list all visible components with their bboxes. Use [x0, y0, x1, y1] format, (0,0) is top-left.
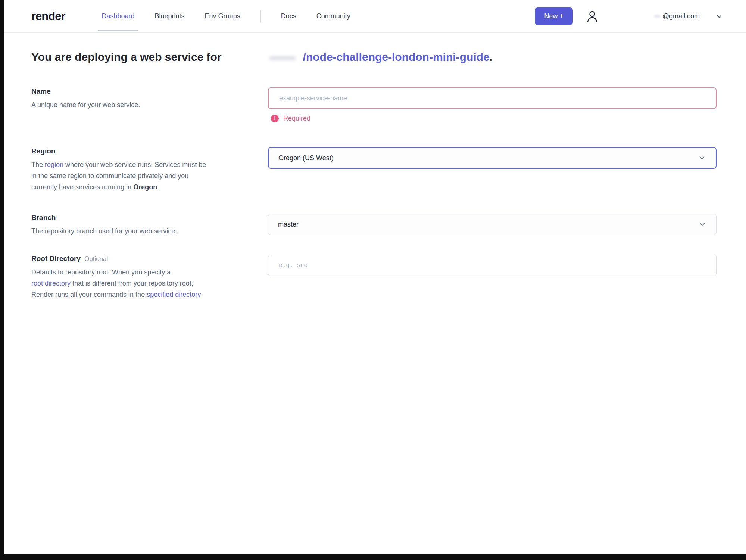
branch-row: Branch The repository branch used for yo… — [31, 214, 717, 237]
account-menu[interactable]: @gmail.com — [654, 12, 723, 20]
chevron-down-icon — [698, 220, 706, 228]
deploy-form: Name A unique name for your web service.… — [31, 87, 717, 300]
page-title-text: You are deploying a web service for — [31, 51, 222, 63]
chevron-down-icon — [698, 154, 706, 162]
specified-directory-docs-link[interactable]: specified directory — [147, 291, 201, 298]
branch-select-value: master — [278, 221, 299, 228]
branch-select[interactable]: master — [268, 214, 717, 235]
repo-owner-redacted — [222, 54, 303, 61]
region-select-value: Oregon (US West) — [278, 154, 334, 162]
tab-dashboard[interactable]: Dashboard — [102, 0, 134, 32]
account-name-redacted — [654, 15, 660, 18]
nav-tabs: Dashboard Blueprints Env Groups Docs Com… — [102, 0, 350, 32]
tab-community[interactable]: Community — [316, 0, 350, 32]
error-exclamation-icon: ! — [271, 115, 279, 122]
render-logo[interactable]: render — [31, 10, 65, 23]
branch-description: The repository branch used for your web … — [31, 225, 242, 237]
top-nav: render Dashboard Blueprints Env Groups D… — [0, 0, 746, 33]
deploy-form-page: You are deploying a web service for/node… — [0, 51, 746, 300]
name-label: Name — [31, 87, 242, 96]
nav-right: New + @gmail.com — [535, 7, 723, 25]
optional-tag: Optional — [84, 255, 108, 262]
account-person-button[interactable] — [586, 10, 599, 23]
root-directory-row: Root DirectoryOptional Defaults to repos… — [31, 255, 717, 300]
person-icon — [586, 10, 599, 23]
nav-divider — [260, 10, 261, 23]
tab-docs[interactable]: Docs — [281, 0, 296, 32]
root-directory-docs-link[interactable]: root directory — [31, 280, 71, 287]
page-title: You are deploying a web service for/node… — [31, 51, 717, 63]
region-label: Region — [31, 147, 242, 155]
region-select[interactable]: Oregon (US West) — [268, 147, 717, 169]
repo-link[interactable]: /node-challenge-london-mini-guide — [303, 51, 490, 63]
tab-env-groups[interactable]: Env Groups — [205, 0, 240, 32]
chevron-down-icon — [715, 13, 723, 20]
tab-blueprints[interactable]: Blueprints — [155, 0, 185, 32]
new-button[interactable]: New + — [535, 7, 573, 25]
name-description: A unique name for your web service. — [31, 99, 242, 111]
root-directory-description: Defaults to repository root. When you sp… — [31, 267, 242, 300]
name-input[interactable] — [268, 87, 717, 109]
name-row: Name A unique name for your web service.… — [31, 87, 717, 122]
region-row: Region The region where your web service… — [31, 147, 717, 193]
region-docs-link[interactable]: region — [45, 161, 63, 168]
region-description: The region where your web service runs. … — [31, 159, 242, 193]
window-left-edge — [0, 0, 4, 560]
root-directory-input[interactable] — [268, 255, 717, 276]
name-error: ! Required — [271, 115, 717, 122]
error-text: Required — [283, 115, 310, 122]
root-directory-label: Root DirectoryOptional — [31, 255, 242, 263]
window-bottom-edge — [0, 554, 746, 560]
account-email: @gmail.com — [662, 12, 700, 20]
branch-label: Branch — [31, 214, 242, 222]
